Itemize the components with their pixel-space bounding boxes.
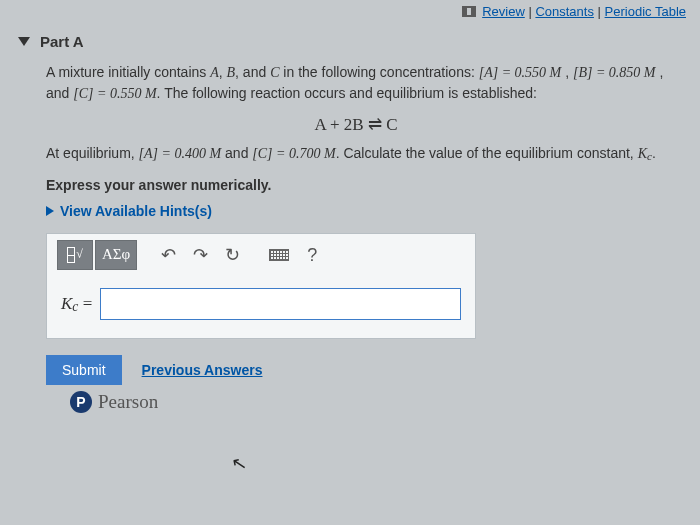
view-hints-toggle[interactable]: View Available Hints(s) [46, 201, 666, 221]
undo-button[interactable]: ↶ [153, 240, 183, 270]
submit-button[interactable]: Submit [46, 355, 122, 385]
constants-link[interactable]: Constants [535, 4, 594, 19]
pearson-logo-icon: P [70, 391, 92, 413]
problem-statement: A mixture initially contains A, B, and C… [46, 62, 666, 105]
equilibrium-statement: At equilibrium, [A] = 0.400 M and [C] = … [46, 143, 666, 164]
help-button[interactable]: ? [297, 240, 327, 270]
footer: P Pearson [70, 391, 700, 413]
previous-answers-link[interactable]: Previous Answers [142, 362, 263, 378]
review-icon [462, 6, 476, 17]
keyboard-icon [269, 249, 289, 261]
reaction-equation: A + 2B ⇌ C [46, 113, 666, 138]
instruction: Express your answer numerically. [46, 175, 666, 195]
templates-button[interactable]: √ [57, 240, 93, 270]
keyboard-button[interactable] [263, 240, 295, 270]
answer-row: Kc = [47, 276, 475, 338]
hints-label: View Available Hints(s) [60, 201, 212, 221]
cursor-icon: ↖ [230, 452, 249, 477]
greek-button[interactable]: ΑΣφ [95, 240, 137, 270]
periodic-table-link[interactable]: Periodic Table [605, 4, 686, 19]
answer-box: √ ΑΣφ ↶ ↷ ↻ ? Kc = [46, 233, 476, 339]
collapse-icon [18, 37, 30, 46]
kc-label: Kc = [61, 292, 92, 317]
equation-toolbar: √ ΑΣφ ↶ ↷ ↻ ? [47, 234, 475, 276]
answer-input[interactable] [100, 288, 461, 320]
redo-button[interactable]: ↷ [185, 240, 215, 270]
review-link[interactable]: Review [482, 4, 525, 19]
problem-content: A mixture initially contains A, B, and C… [0, 56, 700, 339]
part-label: Part A [40, 33, 84, 50]
brand-label: Pearson [98, 391, 158, 413]
part-header[interactable]: Part A [0, 23, 700, 56]
reset-button[interactable]: ↻ [217, 240, 247, 270]
expand-icon [46, 206, 54, 216]
top-nav: Review | Constants | Periodic Table [0, 0, 700, 23]
submit-row: Submit Previous Answers [46, 355, 700, 385]
